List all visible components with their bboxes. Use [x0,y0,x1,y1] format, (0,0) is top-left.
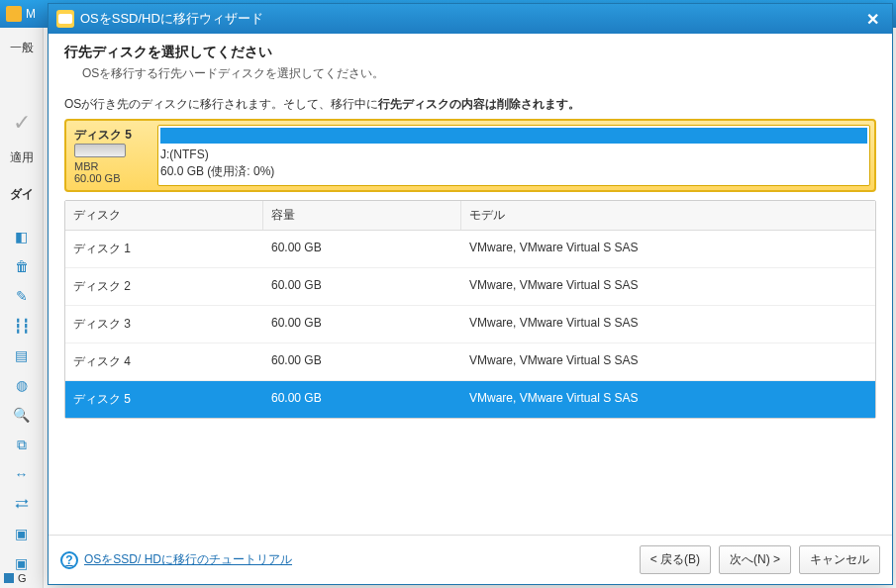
explain-bold: 行先ディスクの内容は削除されます。 [378,97,580,111]
disk-list-header: ディスク 容量 モデル [65,201,875,231]
flag-icon[interactable]: ▣ [12,524,32,543]
partition-info: J:(NTFS) 60.0 GB (使用済: 0%) [160,147,867,180]
disk-list-body: ディスク 160.00 GBVMware, VMware Virtual S S… [65,231,875,418]
tutorial-link[interactable]: ? OSをSSD/ HDに移行のチュートリアル [60,551,292,569]
dialog-footer: ? OSをSSD/ HDに移行のチュートリアル < 戻る(B) 次へ(N) > … [49,535,892,584]
disk-card-name: ディスク 5 [74,127,148,144]
disk-card-size: 60.00 GB [74,172,148,184]
wizard-icon [56,10,74,28]
tool-icon[interactable]: ◧ [12,227,32,246]
table-row[interactable]: ディスク 460.00 GBVMware, VMware Virtual S S… [65,343,875,381]
header-disk[interactable]: ディスク [65,201,263,230]
help-icon: ? [60,551,78,569]
migration-wizard-dialog: OSをSSD/HDに移行ウィザード ✕ 行先ディスクを選択してください OSを移… [48,3,893,585]
bg-sidebar: 一般 ✓ 適用 ダイ ◧ 🗑 ✎ ┇┇ ▤ ◍ 🔍 ⧉ ↔ ⮂ ▣ ▣ ▤ ✕ [0,28,44,588]
table-row[interactable]: ディスク 560.00 GBVMware, VMware Virtual S S… [65,381,875,418]
cell-disk: ディスク 3 [65,306,263,343]
cell-model: VMware, VMware Virtual S SAS [461,343,875,380]
search-icon[interactable]: 🔍 [12,405,32,425]
bg-status: G [4,572,27,584]
partition-size: 60.0 GB (使用済: 0%) [160,164,274,178]
table-row[interactable]: ディスク 360.00 GBVMware, VMware Virtual S S… [65,306,875,343]
cell-capacity: 60.00 GB [263,268,461,305]
bg-status-text: G [18,572,27,584]
cell-capacity: 60.00 GB [263,306,461,343]
link-icon[interactable]: ⮂ [12,494,32,514]
partition-bar[interactable] [160,128,867,144]
bg-title: M [26,7,36,21]
table-row[interactable]: ディスク 160.00 GBVMware, VMware Virtual S S… [65,231,875,268]
disk-card-scheme: MBR [74,160,148,172]
cell-capacity: 60.00 GB [263,381,461,418]
cell-capacity: 60.00 GB [263,343,461,380]
bg-tab-general[interactable]: 一般 [10,34,34,62]
status-square-icon [4,573,14,583]
disk-image-icon [74,144,126,157]
page-subheading: OSを移行する行先ハードディスクを選択してください。 [82,65,876,82]
bg-tab-apply[interactable]: 適用 [10,144,34,172]
header-model[interactable]: モデル [461,201,875,230]
selected-disk-card: ディスク 5 MBR 60.00 GB J:(NTFS) 60.0 GB (使用… [64,119,876,192]
edit-icon[interactable]: ✎ [12,286,32,306]
check-icon: ✓ [13,110,31,136]
cell-model: VMware, VMware Virtual S SAS [461,231,875,267]
cell-disk: ディスク 4 [65,343,263,380]
close-icon[interactable]: ✕ [860,7,884,31]
flag2-icon[interactable]: ▣ [12,553,32,573]
bg-tab-disk[interactable]: ダイ [10,180,34,209]
trash-icon[interactable]: 🗑 [12,256,32,276]
cell-disk: ディスク 2 [65,268,263,305]
explain-text: OSが行き先のディスクに移行されます。そして、移行中に行先ディスクの内容は削除さ… [64,96,876,113]
explain-prefix: OSが行き先のディスクに移行されます。そして、移行中に [64,97,378,111]
table-row[interactable]: ディスク 260.00 GBVMware, VMware Virtual S S… [65,268,875,306]
dialog-body: 行先ディスクを選択してください OSを移行する行先ハードディスクを選択してくださ… [49,34,892,535]
cancel-button[interactable]: キャンセル [799,545,880,574]
app-icon [6,6,22,22]
disk-card-left: ディスク 5 MBR 60.00 GB [70,125,151,186]
disk-list: ディスク 容量 モデル ディスク 160.00 GBVMware, VMware… [64,200,876,419]
arrows-icon[interactable]: ↔ [12,464,32,484]
next-button[interactable]: 次へ(N) > [719,545,791,574]
bg-tool-icons: ◧ 🗑 ✎ ┇┇ ▤ ◍ 🔍 ⧉ ↔ ⮂ ▣ ▣ ▤ ✕ [12,217,32,588]
tutorial-text: OSをSSD/ HDに移行のチュートリアル [84,551,292,568]
partition-label: J:(NTFS) [160,147,209,161]
cell-capacity: 60.00 GB [263,231,461,267]
disk-card-right: J:(NTFS) 60.0 GB (使用済: 0%) [157,125,870,186]
copy-icon[interactable]: ⧉ [12,435,32,454]
cell-model: VMware, VMware Virtual S SAS [461,306,875,343]
globe-icon[interactable]: ◍ [12,375,32,395]
dialog-titlebar[interactable]: OSをSSD/HDに移行ウィザード ✕ [49,4,892,34]
sliders-icon[interactable]: ┇┇ [12,316,32,336]
cell-disk: ディスク 1 [65,231,263,267]
doc-icon[interactable]: ▤ [12,345,32,365]
header-capacity[interactable]: 容量 [263,201,461,230]
dialog-title: OSをSSD/HDに移行ウィザード [80,10,263,28]
cell-model: VMware, VMware Virtual S SAS [461,381,875,418]
page-heading: 行先ディスクを選択してください [64,44,876,61]
cell-model: VMware, VMware Virtual S SAS [461,268,875,305]
back-button[interactable]: < 戻る(B) [640,545,711,574]
cell-disk: ディスク 5 [65,381,263,418]
